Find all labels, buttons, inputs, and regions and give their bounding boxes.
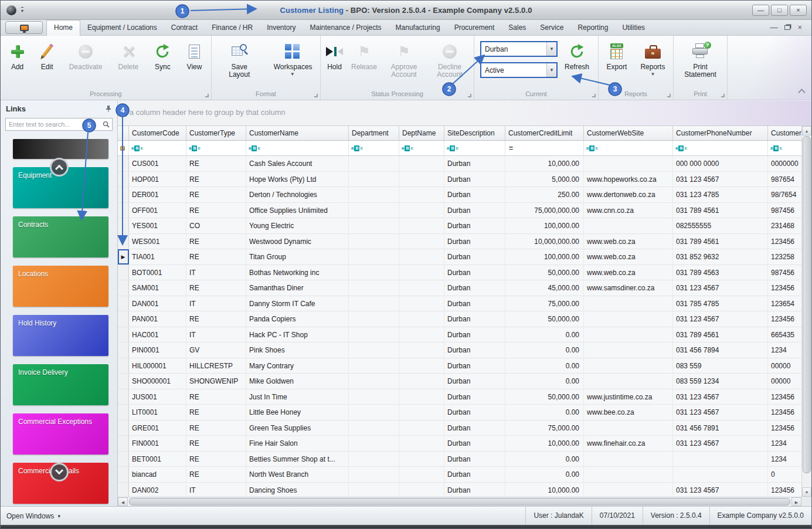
tab-home[interactable]: Home <box>46 20 80 36</box>
filter-cell-customerphonenumber[interactable]: aBc <box>673 141 768 155</box>
workspaces-button[interactable]: Workspaces ▼ <box>270 38 315 90</box>
app-logo-icon[interactable] <box>6 5 16 15</box>
table-row[interactable]: SHO000001SHONGWENIPMike GoldwenDurban0.0… <box>118 374 811 389</box>
table-row[interactable]: YES001COYoung ElectricDurban100,000.0008… <box>118 218 811 234</box>
table-row[interactable]: LIT0001RELittle Bee HoneyDurban0.00www.b… <box>118 405 811 421</box>
tab-sales[interactable]: Sales <box>501 21 533 35</box>
decline-account-button[interactable]: Decline Account <box>427 38 472 90</box>
column-header-deptname[interactable]: DeptName <box>399 126 444 141</box>
approve-account-button[interactable]: ⚑ Approve Account <box>382 38 426 90</box>
sidebar-tile-contracts[interactable]: Contracts <box>13 216 108 257</box>
column-header-customerphonenumber[interactable]: CustomerPhoneNumber <box>673 126 768 141</box>
filter-cell-customercode[interactable]: aBc <box>129 141 186 155</box>
view-button[interactable]: View <box>184 38 206 90</box>
deactivate-button[interactable]: Deactivate <box>66 38 106 90</box>
pin-icon[interactable] <box>105 105 112 112</box>
scrollbar-right-arrow[interactable]: ▶ <box>791 497 801 506</box>
vertical-scrollbar[interactable]: ▲ ▼ <box>801 126 811 497</box>
filter-cell-deptname[interactable]: aBc <box>399 141 444 155</box>
horizontal-scrollbar[interactable]: ◀ ▶ <box>118 497 801 506</box>
hold-button[interactable]: Hold <box>322 38 346 90</box>
table-row[interactable]: biancadRENorth West BranchDurban0.000 <box>118 467 811 483</box>
site-filter-dropdown[interactable]: Durban ▼ <box>480 41 558 57</box>
mdi-minimize-icon[interactable]: — <box>770 23 777 32</box>
search-icon[interactable] <box>103 121 110 128</box>
sync-button[interactable]: Sync <box>151 38 174 90</box>
chevron-down-icon[interactable]: ▼ <box>546 42 556 56</box>
tab-maintenance-projects[interactable]: Maintenance / Projects <box>303 21 389 35</box>
scrollbar-down-arrow[interactable]: ▼ <box>802 487 811 497</box>
table-row[interactable]: WES001REWestwood DynamicDurban10,000,000… <box>118 234 811 250</box>
dialog-launcher-icon[interactable] <box>205 94 209 97</box>
filter-cell-customertype[interactable]: aBc <box>186 141 246 155</box>
sidebar-tile-locations[interactable]: Locations <box>13 266 108 307</box>
column-header-customercode[interactable]: CustomerCode <box>129 126 186 141</box>
tab-equipment-locations[interactable]: Equipment / Locations <box>80 21 164 35</box>
table-row[interactable]: CUS001RECash Sales AccountDurban10,000.0… <box>118 156 811 172</box>
column-header-customerwebsite[interactable]: CustomerWebSite <box>584 126 673 141</box>
dialog-launcher-icon[interactable] <box>468 94 471 97</box>
scroll-up-button[interactable] <box>50 158 69 177</box>
save-layout-button[interactable]: Save Layout <box>217 38 261 90</box>
filter-cell-customername[interactable]: aBc <box>246 141 349 155</box>
table-row[interactable]: PAN001REPanda CopiersDurban50,000.00031 … <box>118 311 811 327</box>
filter-cell-customercreditlimit[interactable]: = <box>505 141 584 155</box>
scrollbar-left-arrow[interactable]: ◀ <box>118 497 128 506</box>
collapse-ribbon-icon[interactable] <box>798 89 806 96</box>
export-button[interactable]: XLSX Export <box>603 38 631 90</box>
close-button[interactable]: × <box>790 5 807 16</box>
delete-button[interactable]: Delete <box>115 38 142 90</box>
table-row[interactable]: FIN0001REFine Hair SalonDurban10,000.00w… <box>118 436 811 452</box>
table-row[interactable]: DAN002ITDancing ShoesDurban10,000.00031 … <box>118 483 811 499</box>
table-row[interactable]: PIN0001GVPink ShoesDurban0.00031 456 789… <box>118 343 811 358</box>
chevron-down-icon[interactable]: ▼ <box>546 63 556 77</box>
filter-cell-customerva[interactable]: aBc <box>768 141 802 155</box>
open-windows-button[interactable]: Open Windows ▾ <box>1 512 66 520</box>
table-row[interactable]: HOP001REHope Works (Pty) LtdDurban5,000.… <box>118 172 811 188</box>
column-header-department[interactable]: Department <box>349 126 399 141</box>
vertical-scrollbar-thumb[interactable] <box>803 136 811 473</box>
status-filter-dropdown[interactable]: Active ▼ <box>480 62 558 78</box>
refresh-button[interactable]: Refresh <box>561 38 593 90</box>
table-row[interactable]: BOT0001ITBothas Networking incDurban50,0… <box>118 265 811 281</box>
column-header-customerva[interactable]: CustomerVA <box>768 126 802 141</box>
print-statement-button[interactable]: ? Print Statement <box>678 38 723 90</box>
tab-procurement[interactable]: Procurement <box>447 21 502 35</box>
table-row[interactable]: DER001REDerton / TechnologiesDurban250.0… <box>118 187 811 203</box>
release-button[interactable]: ⚑ Release <box>348 38 380 90</box>
table-row[interactable]: GRE001REGreen Tea SuppliesDurban75,000.0… <box>118 421 811 436</box>
filter-cell-department[interactable]: aBc <box>349 141 399 155</box>
table-row[interactable]: JUS001REJust In TimeDurban50,000.00www.j… <box>118 389 811 405</box>
column-header-customertype[interactable]: CustomerType <box>186 126 246 141</box>
mdi-close-icon[interactable]: × <box>797 23 802 32</box>
horizontal-scrollbar-thumb[interactable] <box>129 498 790 506</box>
scroll-down-button[interactable] <box>50 463 69 481</box>
filter-cell-customerwebsite[interactable]: aBc <box>584 141 673 155</box>
column-header-customername[interactable]: CustomerName <box>246 126 349 141</box>
filter-cell-sitedescription[interactable]: aBc <box>444 141 505 155</box>
search-input[interactable] <box>6 121 103 128</box>
maximize-button[interactable]: □ <box>771 5 788 16</box>
sidebar-tile-blank[interactable] <box>13 139 108 159</box>
table-row[interactable]: HAC001ITHack PC - IT ShopDurban0.00031 7… <box>118 327 811 343</box>
dialog-launcher-icon[interactable] <box>721 94 725 97</box>
dialog-launcher-icon[interactable] <box>592 94 596 97</box>
table-row[interactable]: OFF001REOffice Supplies UnlimitedDurban7… <box>118 203 811 219</box>
tab-contract[interactable]: Contract <box>164 21 205 35</box>
tab-utilities[interactable]: Utilities <box>615 21 652 35</box>
mdi-restore-icon[interactable] <box>784 25 790 30</box>
table-row[interactable]: DAN001ITDanny Storm IT CafeDurban75,000.… <box>118 296 811 312</box>
sidebar-tile-invoice-delivery[interactable]: Invoice Delivery <box>13 364 108 405</box>
tab-service[interactable]: Service <box>533 21 570 35</box>
application-button[interactable] <box>5 21 43 34</box>
sidebar-tile-hold-history[interactable]: Hold History <box>13 315 108 356</box>
reports-button[interactable]: Reports ▼ <box>637 38 668 90</box>
table-row[interactable]: HIL000001HILLCRESTPMary ContraryDurban0.… <box>118 358 811 374</box>
minimize-button[interactable]: — <box>752 5 769 16</box>
table-row[interactable]: BET0001REBetties Summer Shop at t...Durb… <box>118 452 811 467</box>
scrollbar-up-arrow[interactable]: ▲ <box>802 126 811 135</box>
tab-finance-hr[interactable]: Finance / HR <box>205 21 260 35</box>
column-header-sitedescription[interactable]: SiteDescription <box>444 126 505 141</box>
column-header-customercreditlimit[interactable]: CustomerCreditLimit <box>505 126 584 141</box>
tab-reporting[interactable]: Reporting <box>570 21 615 35</box>
